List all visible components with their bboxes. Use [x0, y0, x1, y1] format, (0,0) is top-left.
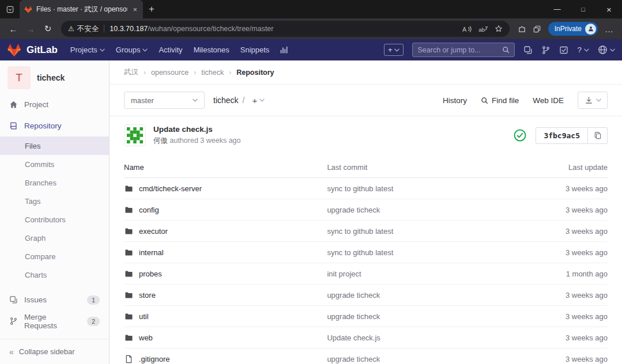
file-name[interactable]: config — [139, 206, 159, 214]
last-commit-link[interactable]: init project — [327, 270, 361, 278]
window-maximize-button[interactable]: □ — [570, 0, 596, 18]
last-commit-link[interactable]: sync to github latest — [327, 227, 393, 236]
last-commit-link[interactable]: Update check.js — [327, 333, 380, 342]
last-commit-link[interactable]: upgrade ticheck — [327, 355, 380, 363]
window-close-button[interactable]: × — [596, 0, 622, 18]
new-tab-button[interactable]: + — [143, 0, 160, 18]
address-bar[interactable]: ⚠ 不安全 10.3.70.187/wuhan/opensource/tiche… — [61, 21, 510, 37]
tab-actions-button[interactable] — [0, 0, 20, 18]
path-project-link[interactable]: ticheck — [213, 96, 239, 105]
file-name[interactable]: .gitignore — [139, 355, 169, 363]
sidebar-subitem[interactable]: Commits — [0, 155, 109, 173]
file-name[interactable]: probes — [139, 270, 162, 278]
inprivate-badge[interactable]: InPrivate — [548, 22, 598, 36]
breadcrumb-item[interactable]: 武汉 — [124, 67, 138, 77]
file-name[interactable]: util — [139, 312, 149, 321]
gitlab-brand[interactable]: GitLab — [27, 44, 58, 56]
commit-sha-group: 3fbc9ac5 — [536, 127, 608, 144]
chevron-down-icon — [100, 48, 105, 52]
search-input[interactable] — [417, 46, 499, 54]
path-breadcrumb: ticheck / — [213, 96, 244, 105]
page-body: T ticheck Project Repository Files Commi… — [0, 60, 622, 364]
sidebar-subitem[interactable]: Compare — [0, 247, 109, 266]
header-last-commit: Last commit — [327, 163, 533, 172]
merge-requests-icon[interactable] — [541, 46, 551, 55]
sidebar-gap — [0, 284, 109, 289]
sidebar-subitem[interactable]: Branches — [0, 173, 109, 192]
last-commit-link[interactable]: upgrade ticheck — [327, 291, 380, 299]
breadcrumb-item[interactable]: Repository — [236, 69, 274, 77]
collections-icon[interactable] — [533, 25, 541, 33]
table-row: config upgrade ticheck 3 weeks ago — [124, 199, 608, 221]
commit-author-link[interactable]: 何傲 — [153, 136, 168, 145]
issues-count-badge: 1 — [87, 295, 100, 305]
file-name[interactable]: store — [139, 291, 156, 299]
security-warning[interactable]: ⚠ 不安全 — [68, 24, 99, 34]
sidebar-item-repository[interactable]: Repository — [0, 115, 109, 136]
home-icon — [9, 100, 18, 109]
navbar-link[interactable]: Activity — [159, 46, 182, 54]
history-button[interactable]: History — [443, 96, 467, 105]
window-minimize-button[interactable]: — — [544, 0, 570, 18]
navbar-link[interactable]: Groups — [116, 46, 148, 54]
navbar-link[interactable]: Milestones — [194, 46, 229, 54]
file-table: Name Last commit Last update cmd/ticheck… — [124, 157, 608, 364]
sidebar-subitem[interactable]: Graph — [0, 229, 109, 247]
inprivate-label: InPrivate — [555, 25, 582, 33]
last-commit-link[interactable]: sync to github latest — [327, 248, 393, 257]
copy-sha-button[interactable] — [588, 127, 608, 144]
favorite-star-icon[interactable] — [495, 25, 503, 33]
help-menu[interactable]: ? — [577, 46, 589, 54]
instance-statistics-icon[interactable] — [280, 46, 288, 54]
add-file-dropdown[interactable]: + — [252, 96, 265, 105]
branch-selector[interactable]: master — [124, 92, 205, 109]
find-file-button[interactable]: Find file — [481, 96, 519, 105]
browser-tab[interactable]: Files · master · 武汉 / opensour… × — [20, 0, 143, 18]
forward-button[interactable]: → — [22, 20, 39, 37]
pipeline-status-icon[interactable] — [514, 129, 526, 142]
file-name[interactable]: internal — [139, 248, 164, 257]
file-name[interactable]: cmd/ticheck-server — [139, 184, 202, 193]
navbar-link[interactable]: Snippets — [240, 46, 270, 54]
file-name[interactable]: executor — [139, 227, 168, 236]
gitlab-logo-icon[interactable] — [7, 43, 21, 57]
sidebar-subitem[interactable]: Tags — [0, 192, 109, 210]
sidebar-item-merge-requests[interactable]: Merge Requests 2 — [0, 310, 109, 332]
file-table-body: cmd/ticheck-server sync to github latest… — [124, 178, 608, 364]
web-ide-button[interactable]: Web IDE — [533, 96, 564, 105]
todos-icon[interactable] — [559, 46, 568, 55]
collapse-sidebar-button[interactable]: « Collapse sidebar — [0, 339, 109, 364]
table-row: internal sync to github latest 3 weeks a… — [124, 242, 608, 263]
folder-icon — [125, 227, 133, 235]
translate-icon[interactable] — [478, 25, 488, 33]
new-menu-button[interactable]: + — [384, 44, 404, 56]
breadcrumb-item[interactable]: ticheck — [201, 69, 224, 77]
project-header[interactable]: T ticheck — [0, 60, 109, 94]
last-commit-link[interactable]: upgrade ticheck — [327, 312, 380, 321]
browser-menu-button[interactable]: … — [601, 20, 617, 37]
navbar-link[interactable]: Projects — [70, 46, 105, 54]
sidebar-item-issues[interactable]: Issues 1 — [0, 289, 109, 310]
chevron-down-icon — [596, 98, 601, 102]
sidebar-subitem[interactable]: Charts — [0, 266, 109, 284]
read-aloud-icon[interactable] — [462, 25, 472, 33]
sidebar-subitem[interactable]: Contributors — [0, 210, 109, 229]
commit-author-avatar[interactable] — [124, 124, 146, 146]
commit-right: 3fbc9ac5 — [514, 127, 608, 144]
language-menu[interactable] — [598, 45, 615, 55]
file-name[interactable]: web — [139, 333, 153, 342]
last-commit-link[interactable]: upgrade ticheck — [327, 206, 380, 214]
tab-close-icon[interactable]: × — [131, 5, 138, 14]
breadcrumb-item[interactable]: opensource — [151, 69, 189, 77]
name-cell: web — [124, 333, 327, 342]
extensions-icon[interactable] — [518, 25, 526, 33]
last-commit-link[interactable]: sync to github latest — [327, 184, 393, 193]
back-button[interactable]: ← — [5, 20, 22, 37]
commit-sha[interactable]: 3fbc9ac5 — [536, 127, 588, 144]
sidebar-item-project[interactable]: Project — [0, 94, 109, 115]
download-dropdown[interactable] — [578, 92, 608, 109]
commit-title-link[interactable]: Update check.js — [153, 125, 241, 134]
sidebar-subitem[interactable]: Files — [0, 136, 109, 155]
refresh-button[interactable]: ↻ — [39, 20, 56, 37]
issues-dashboard-icon[interactable] — [523, 46, 533, 55]
